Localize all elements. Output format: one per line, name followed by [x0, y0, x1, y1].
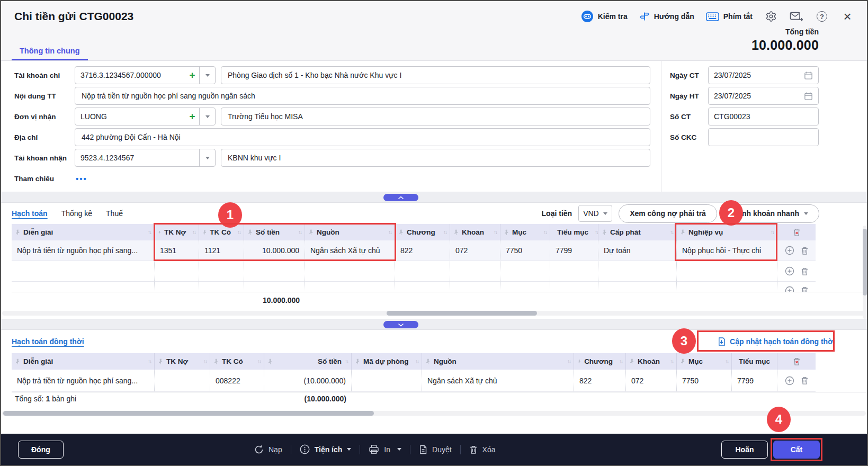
cell-ma-du-phong[interactable] — [352, 370, 422, 392]
add-row-icon[interactable] — [785, 376, 794, 386]
add-row-icon[interactable] — [785, 266, 794, 276]
sort-icon[interactable]: ↑↓ — [670, 359, 673, 364]
sort-icon[interactable]: ↑↓ — [388, 229, 391, 235]
close-window-button[interactable]: Đóng — [18, 441, 64, 459]
posted-date-field[interactable]: 23/07/2025 — [708, 87, 819, 105]
cell-tk-no[interactable] — [155, 370, 210, 392]
ckc-no-field[interactable] — [708, 128, 819, 146]
cell-tk-co[interactable]: 008222 — [210, 370, 264, 392]
sort-icon[interactable]: ↑↓ — [725, 359, 728, 364]
cell-tk-co[interactable]: 1121 — [199, 240, 244, 261]
sort-icon[interactable]: ↑↓ — [415, 359, 418, 364]
save-button[interactable]: Cất — [773, 441, 820, 459]
sort-icon[interactable]: ↑↓ — [148, 359, 151, 364]
collapse-up-button[interactable] — [383, 194, 418, 201]
doc-date-field[interactable]: 23/07/2025 — [708, 66, 819, 84]
print-button[interactable]: In — [369, 444, 401, 454]
sort-icon[interactable]: ↑↓ — [298, 229, 301, 235]
receiver-unit-name-field[interactable]: Trường Tiểu học MISA — [221, 107, 650, 126]
delete-all-rows-button[interactable] — [777, 353, 816, 370]
col-ma-du-phong[interactable]: Mã dự phòng↑↓ — [352, 353, 422, 370]
doc-no-field[interactable]: CTG00023 — [708, 107, 819, 126]
account-receive-combo[interactable]: 9523.4.1234567 — [75, 149, 216, 167]
delete-row-icon[interactable] — [801, 246, 809, 255]
col-cap-phat[interactable]: Cấp phát↑↓ — [598, 224, 677, 240]
col-tieu-muc[interactable]: Tiểu mục↑↓ — [732, 353, 777, 370]
tab-thue[interactable]: Thuế — [106, 209, 123, 218]
reload-button[interactable]: Nạp — [254, 445, 282, 454]
sort-icon[interactable]: ↑↓ — [619, 359, 622, 364]
sort-icon[interactable]: ↑↓ — [148, 229, 151, 235]
content-field[interactable]: Nộp trả tiền từ nguồn học phí sang nguồn… — [75, 87, 650, 105]
cell-so-tien[interactable]: 10.000.000 — [244, 240, 305, 261]
add-receiver-icon[interactable]: + — [185, 111, 199, 122]
col-muc[interactable]: Mục↑↓ — [500, 224, 550, 240]
tab-thong-tin-chung[interactable]: Thông tin chung — [12, 42, 88, 60]
settings-button[interactable] — [764, 10, 778, 23]
col-tk-no[interactable]: TK Nợ↑↓ — [155, 353, 210, 370]
send-feedback-button[interactable] — [790, 10, 803, 23]
col-dien-giai[interactable]: Diễn giải↑↓ — [12, 224, 155, 240]
add-row-icon[interactable] — [785, 246, 794, 255]
currency-select[interactable]: VND — [578, 205, 612, 222]
cell-nghiep-vu[interactable]: Nộp phục hồi - Thực chi — [677, 240, 777, 261]
col-so-tien[interactable]: Số tiền↑↓ — [264, 353, 352, 370]
account-receive-dropdown[interactable] — [199, 149, 215, 166]
col-dien-giai[interactable]: Diễn giải↑↓ — [12, 353, 155, 370]
address-field[interactable]: 442 phường Đội Cấn - Hà Nội — [75, 128, 650, 146]
table-row-empty[interactable] — [12, 261, 867, 282]
sort-icon[interactable]: ↑↓ — [595, 229, 598, 235]
cell-nguon[interactable]: Ngân sách Xã tự chủ — [305, 240, 395, 261]
account-pay-dropdown[interactable] — [199, 67, 215, 84]
calendar-icon[interactable] — [804, 71, 813, 80]
cell-so-tien[interactable]: (10.000.000) — [264, 370, 352, 392]
table-row-clipped[interactable] — [12, 282, 867, 292]
view-payable-debt-button[interactable]: Xem công nợ phải trả — [619, 204, 717, 223]
receiver-unit-dropdown[interactable] — [199, 108, 215, 125]
receiver-unit-combo[interactable]: LUONG + — [75, 107, 216, 126]
col-tk-co[interactable]: TK Có↑↓ — [199, 224, 244, 240]
sort-icon[interactable]: ↑↓ — [192, 229, 195, 235]
delete-row-icon[interactable] — [801, 286, 809, 292]
sort-icon[interactable]: ↑↓ — [345, 359, 348, 364]
table-row[interactable]: Nộp trả tiền từ nguồn học phí sang... 00… — [12, 370, 867, 392]
simultaneous-title-link[interactable]: Hạch toán đồng thời — [12, 337, 84, 346]
sort-icon[interactable]: ↑↓ — [237, 229, 240, 235]
sort-icon[interactable]: ↑↓ — [543, 229, 547, 235]
sort-icon[interactable]: ↑↓ — [494, 229, 497, 235]
scrollbar-thumb[interactable] — [387, 311, 537, 316]
receiver-unit-code[interactable]: LUONG — [75, 112, 185, 121]
account-pay-name-field[interactable]: Phòng Giao dịch số 1 - Kho bạc Nhà nước … — [221, 66, 650, 84]
add-row-icon[interactable] — [785, 286, 794, 292]
cell-tieu-muc[interactable]: 7799 — [732, 370, 777, 392]
cell-chuong[interactable]: 822 — [395, 240, 450, 261]
cell-tk-no[interactable]: 1351 — [155, 240, 199, 261]
delete-row-icon[interactable] — [801, 376, 809, 385]
scrollbar-thumb[interactable] — [3, 411, 374, 416]
col-khoan[interactable]: Khoản↑↓ — [450, 224, 500, 240]
reference-more-button[interactable]: ••• — [76, 174, 87, 183]
col-nghiep-vu[interactable]: Nghiệp vụ↑↓ — [677, 224, 777, 240]
add-account-icon[interactable]: + — [185, 69, 199, 81]
sort-icon[interactable]: ↑↓ — [257, 359, 261, 364]
col-tk-no[interactable]: TK Nợ↑↓ — [155, 224, 199, 240]
cell-cap-phat[interactable]: Dự toán — [598, 240, 677, 261]
sort-icon[interactable]: ↑↓ — [203, 359, 207, 364]
account-receive-name-field[interactable]: KBNN khu vực I — [221, 149, 650, 167]
cell-khoan[interactable]: 072 — [626, 370, 677, 392]
cell-dien-giai[interactable]: Nộp trả tiền từ nguồn học phí sang... — [12, 240, 155, 261]
col-chuong[interactable]: Chương↑↓ — [574, 353, 626, 370]
cell-muc[interactable]: 7750 — [500, 240, 550, 261]
check-button[interactable]: Kiểm tra — [581, 10, 628, 23]
postpone-button[interactable]: Hoãn — [721, 441, 768, 459]
account-pay-combo[interactable]: 3716.3.1234567.000000 + — [75, 66, 216, 84]
col-khoan[interactable]: Khoản↑↓ — [626, 353, 677, 370]
col-tk-co[interactable]: TK Có↑↓ — [210, 353, 264, 370]
col-nguon[interactable]: Nguồn↑↓ — [305, 224, 395, 240]
collapse-down-button[interactable] — [383, 321, 418, 328]
tab-thong-ke[interactable]: Thống kê — [61, 209, 92, 218]
cell-nguon[interactable]: Ngân sách Xã tự chủ — [422, 370, 574, 392]
cell-tieu-muc[interactable]: 7799 — [550, 240, 598, 261]
cell-dien-giai[interactable]: Nộp trả tiền từ nguồn học phí sang... — [12, 370, 155, 392]
col-chuong[interactable]: Chương↑↓ — [395, 224, 450, 240]
